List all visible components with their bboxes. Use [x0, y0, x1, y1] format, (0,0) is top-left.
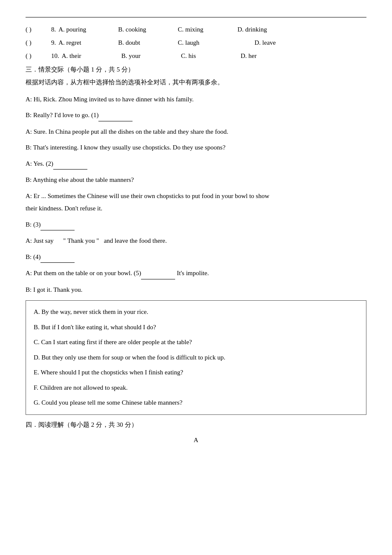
q10-option-a: A. their: [62, 52, 104, 60]
b5-text: (4): [33, 253, 75, 260]
q9-option-c: C. laugh: [178, 39, 237, 46]
answer-d: D. But they only use them for soup or wh…: [34, 352, 358, 363]
speaker-b5: B:: [26, 253, 33, 260]
q9-option-d: D. leave: [254, 39, 297, 46]
answer-a: A. By the way, never stick them in your …: [34, 307, 358, 318]
dialogue-line-1: A: Hi, Rick. Zhou Ming invited us to hav…: [26, 94, 366, 105]
speaker-a4: A:: [26, 193, 34, 199]
speaker-a5: A:: [26, 237, 34, 244]
dialogue-line-3: A: Sure. In China people put all the dis…: [26, 127, 366, 138]
q8-paren: ( ): [26, 26, 51, 33]
q10-option-d: D. her: [241, 52, 283, 60]
speaker-a6: A:: [26, 270, 34, 276]
q10-number: 10.: [51, 52, 59, 60]
dialogue-line-8: B: (3): [26, 219, 366, 231]
q8-option-c: C. mixing: [178, 26, 220, 33]
q8-option-b: B. cooking: [118, 26, 161, 33]
dialogue-line-6: B: Anything else about the table manners…: [26, 175, 366, 186]
answer-b: B. But if I don't like eating it, what s…: [34, 322, 358, 333]
question-8: ( ) 8. A. pouring B. cooking C. mixing D…: [26, 26, 366, 33]
q10-paren: ( ): [26, 52, 51, 60]
a5-text: Just say " Thank you " and leave the foo…: [34, 237, 167, 244]
section-three-instruction: 根据对话内容，从方框中选择恰当的选项补全对话，其中有两项多余。: [26, 77, 366, 88]
speaker-a3: A:: [26, 160, 33, 167]
speaker-b1: B:: [26, 112, 33, 118]
answer-f: F. Children are not allowed to speak.: [34, 382, 358, 394]
dialogue-line-4: B: That's interesting. I know they usual…: [26, 142, 366, 153]
q9-option-a: A. regret: [58, 39, 101, 46]
b4-text: (3): [33, 221, 75, 228]
q8-option-a: A. pouring: [58, 26, 101, 33]
speaker-b4: B:: [26, 221, 33, 228]
speaker-b2: B:: [26, 144, 33, 151]
dialogue-line-9: A: Just say " Thank you " and leave the …: [26, 236, 366, 247]
page-label: A: [26, 437, 366, 444]
q8-number: 8.: [51, 26, 56, 33]
q9-option-b: B. doubt: [118, 39, 161, 46]
blank-3: [40, 219, 75, 231]
question-10: ( ) 10. A. their B. your C. his D. her: [26, 52, 366, 60]
answer-g: G. Could you please tell me some Chinese…: [34, 397, 358, 408]
dialogue-line-7: A: Er ... Sometimes the Chinese will use…: [26, 191, 366, 202]
section-four-title: 四．阅读理解（每小题 2 分，共 30 分）: [26, 421, 366, 429]
blank-2: [53, 158, 87, 170]
blank-1: [98, 110, 133, 121]
dialogue-line-11: A: Put them on the table or on your bowl…: [26, 268, 366, 279]
speaker-a1: A:: [26, 96, 34, 103]
top-divider: [26, 17, 366, 17]
section-three-title: 三．情景交际（每小题 1 分，共 5 分）: [26, 66, 366, 74]
q9-number: 9.: [51, 39, 56, 46]
q8-option-d: D. drinking: [237, 26, 280, 33]
dialogue-line-5: A: Yes. (2): [26, 158, 366, 170]
speaker-b3: B:: [26, 176, 33, 183]
dialogue-line-12: B: I got it. Thank you.: [26, 285, 366, 296]
blank-4: [40, 252, 75, 263]
a6-text: Put them on the table or on your bowl. (…: [34, 270, 209, 276]
q9-options: A. regret B. doubt C. laugh D. leave: [58, 39, 297, 46]
a3-text: Yes. (2): [33, 160, 87, 167]
dialogue-line-2: B: Really? I'd love to go. (1): [26, 110, 366, 121]
blank-5: [141, 268, 175, 279]
dialogue-line-10: B: (4): [26, 252, 366, 263]
q8-options: A. pouring B. cooking C. mixing D. drink…: [58, 26, 280, 33]
speaker-a2: A:: [26, 128, 34, 135]
b1-text: Really? I'd love to go. (1): [33, 112, 133, 118]
answer-e: E. Where should I put the chopsticks whe…: [34, 367, 358, 378]
q10-options: A. their B. your C. his D. her: [62, 52, 283, 60]
q9-paren: ( ): [26, 39, 51, 46]
dialogue-line-7b: their kindness. Don't refuse it.: [26, 203, 366, 214]
question-9: ( ) 9. A. regret B. doubt C. laugh D. le…: [26, 39, 366, 46]
answer-c: C. Can I start eating first if there are…: [34, 337, 358, 348]
q10-option-c: C. his: [181, 52, 224, 60]
answer-box: A. By the way, never stick them in your …: [26, 300, 366, 415]
q10-option-b: B. your: [121, 52, 164, 60]
speaker-b6: B:: [26, 286, 33, 293]
